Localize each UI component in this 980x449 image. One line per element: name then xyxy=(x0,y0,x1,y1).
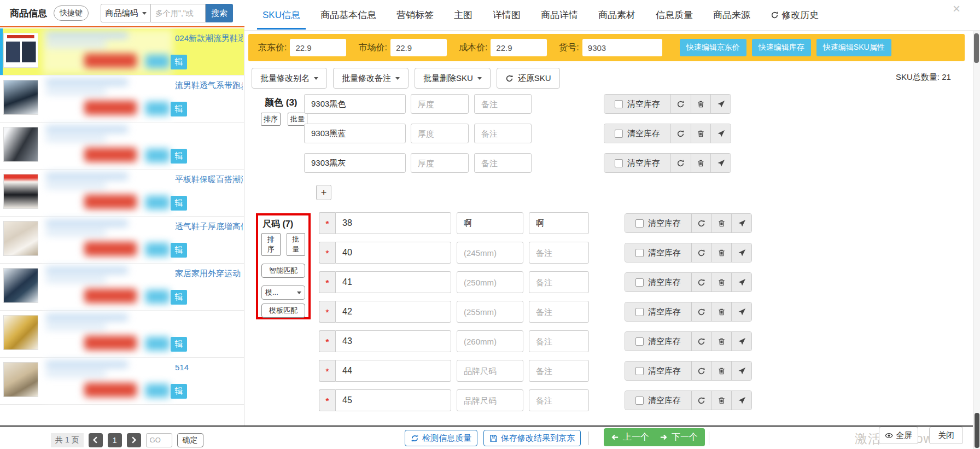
close-window-button[interactable]: 关闭 xyxy=(929,427,963,444)
checkbox[interactable] xyxy=(615,130,623,138)
checkbox[interactable] xyxy=(635,219,644,228)
checkbox[interactable] xyxy=(635,278,644,287)
edit-button[interactable]: 辑 xyxy=(171,55,187,69)
save-to-jd-button[interactable]: 保存修改结果到京东 xyxy=(483,430,581,446)
checkbox[interactable] xyxy=(635,367,644,375)
checkbox[interactable] xyxy=(615,159,623,167)
size-value-input[interactable] xyxy=(335,271,451,293)
search-type-select[interactable]: 商品编码 xyxy=(101,4,151,22)
delete-row-button[interactable] xyxy=(711,214,732,232)
edit-button[interactable]: 辑 xyxy=(171,290,187,305)
color-alias-input[interactable] xyxy=(411,124,469,143)
color-alias-input[interactable] xyxy=(411,153,469,173)
undo-row-button[interactable] xyxy=(691,214,711,232)
confirm-page-button[interactable]: 确定 xyxy=(177,433,203,447)
product-list-item[interactable]: 平板鞋保暖百搭潮流 辑 xyxy=(0,170,244,217)
item-number-input[interactable] xyxy=(582,39,662,56)
clear-stock-toggle[interactable]: 清空库存 xyxy=(625,332,691,351)
size-alias-input[interactable] xyxy=(457,389,523,411)
clear-stock-toggle[interactable]: 清空库存 xyxy=(625,302,691,321)
tab-product-material[interactable]: 商品素材 xyxy=(598,9,635,21)
next-page-button[interactable] xyxy=(127,433,141,447)
product-list-item[interactable]: 514 辑 xyxy=(0,358,244,405)
scrollbar-thumb[interactable] xyxy=(974,33,979,63)
edit-button[interactable]: 辑 xyxy=(171,102,187,116)
size-alias-input[interactable] xyxy=(457,212,523,234)
size-value-input[interactable] xyxy=(335,389,451,411)
product-list-item[interactable]: 流男鞋透气系带跑步 辑 xyxy=(0,75,244,123)
size-value-input[interactable] xyxy=(335,360,451,382)
size-remark-input[interactable] xyxy=(529,301,589,323)
check-info-quality-button[interactable]: 检测信息质量 xyxy=(405,430,477,446)
checkbox[interactable] xyxy=(635,249,644,257)
size-remark-input[interactable] xyxy=(529,330,589,352)
smart-match-button[interactable]: 智能匹配 xyxy=(261,264,305,278)
next-product-button[interactable]: 下一个 xyxy=(652,428,705,446)
color-alias-input[interactable] xyxy=(411,94,469,114)
size-remark-input[interactable] xyxy=(529,242,589,264)
scrollbar-track[interactable] xyxy=(973,31,980,449)
send-row-button[interactable] xyxy=(731,332,751,351)
color-remark-input[interactable] xyxy=(474,94,532,114)
size-alias-input[interactable] xyxy=(457,271,523,293)
product-list-item[interactable]: 家居家用外穿运动 辑 xyxy=(0,264,244,311)
hotkey-button[interactable]: 快捷键 xyxy=(54,5,89,21)
product-list-item[interactable]: 024新款潮流男鞋透 辑 xyxy=(0,28,244,75)
product-list-item[interactable]: 辑 xyxy=(0,311,244,358)
batch-edit-alias-button[interactable]: 批量修改别名 xyxy=(252,68,327,89)
size-remark-input[interactable] xyxy=(529,389,589,411)
tab-edit-history[interactable]: 修改历史 xyxy=(771,9,819,21)
product-list-item[interactable]: 透气鞋子厚底增高休 辑 xyxy=(0,217,244,264)
delete-row-button[interactable] xyxy=(691,95,711,113)
size-batch-button[interactable]: 批量 xyxy=(287,233,306,256)
tab-marketing-labels[interactable]: 营销标签 xyxy=(396,9,434,21)
quick-edit-jd-price-button[interactable]: 快速编辑京东价 xyxy=(680,39,746,56)
undo-row-button[interactable] xyxy=(670,154,691,172)
undo-row-button[interactable] xyxy=(691,243,711,262)
close-icon[interactable]: × xyxy=(953,1,960,16)
edit-button[interactable]: 辑 xyxy=(171,196,187,211)
color-sort-button[interactable]: 排序 xyxy=(261,113,281,126)
product-title-link[interactable]: 024新款潮流男鞋透 xyxy=(175,33,243,44)
edit-button[interactable]: 辑 xyxy=(171,149,187,164)
market-price-input[interactable] xyxy=(390,39,447,56)
clear-stock-toggle[interactable]: 清空库存 xyxy=(625,214,691,232)
send-row-button[interactable] xyxy=(710,95,731,113)
scrollbar-thumb[interactable] xyxy=(975,413,979,448)
checkbox[interactable] xyxy=(635,308,644,316)
send-row-button[interactable] xyxy=(710,124,731,143)
product-title-link[interactable]: 流男鞋透气系带跑步 xyxy=(175,80,243,91)
size-alias-input[interactable] xyxy=(457,330,523,352)
search-button[interactable]: 搜索 xyxy=(206,4,233,22)
search-input[interactable] xyxy=(151,4,206,22)
send-row-button[interactable] xyxy=(710,154,731,172)
delete-row-button[interactable] xyxy=(711,302,732,321)
size-remark-input[interactable] xyxy=(529,271,589,293)
delete-row-button[interactable] xyxy=(711,391,732,410)
add-color-button[interactable]: + xyxy=(316,185,331,200)
clear-stock-toggle[interactable]: 清空库存 xyxy=(604,154,670,172)
size-value-input[interactable] xyxy=(335,301,451,323)
undo-row-button[interactable] xyxy=(691,273,711,291)
color-remark-input[interactable] xyxy=(474,124,532,143)
delete-row-button[interactable] xyxy=(711,273,732,291)
undo-row-button[interactable] xyxy=(670,95,691,113)
product-title-link[interactable]: 平板鞋保暖百搭潮流 xyxy=(175,174,243,185)
size-remark-input[interactable] xyxy=(529,360,589,382)
clear-stock-toggle[interactable]: 清空库存 xyxy=(625,273,691,291)
color-value-input[interactable] xyxy=(304,124,406,143)
product-title-link[interactable]: 514 xyxy=(175,363,243,372)
prev-page-button[interactable] xyxy=(89,433,103,447)
batch-delete-sku-button[interactable]: 批量删除SKU xyxy=(415,68,491,89)
color-value-input[interactable] xyxy=(304,94,406,114)
clear-stock-toggle[interactable]: 清空库存 xyxy=(625,391,691,410)
size-remark-input[interactable] xyxy=(529,212,589,234)
restore-sku-button[interactable]: 还原SKU xyxy=(497,68,560,89)
edit-button[interactable]: 辑 xyxy=(171,337,187,352)
undo-row-button[interactable] xyxy=(670,124,691,143)
tab-sku-info[interactable]: SKU信息 xyxy=(262,9,300,21)
delete-row-button[interactable] xyxy=(711,243,732,262)
size-alias-input[interactable] xyxy=(457,360,523,382)
undo-row-button[interactable] xyxy=(691,332,711,351)
delete-row-button[interactable] xyxy=(691,124,711,143)
